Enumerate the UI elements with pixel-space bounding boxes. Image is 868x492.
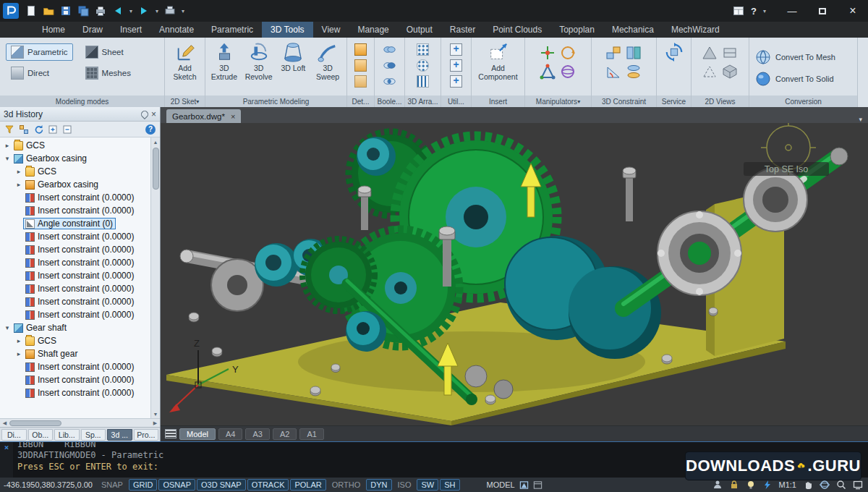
panel-tab[interactable]: Di... — [1, 429, 27, 441]
layout-tab[interactable]: A3 — [245, 428, 269, 440]
new-file-button[interactable] — [23, 2, 39, 20]
rotate-gizmo-icon[interactable] — [560, 45, 576, 61]
layout-list-icon[interactable] — [165, 429, 176, 438]
ribbon-tab[interactable]: Point Clouds — [484, 22, 550, 38]
util-add-icon[interactable] — [450, 43, 462, 56]
status-toggle[interactable]: SH — [440, 479, 459, 491]
zoom-icon[interactable] — [836, 480, 846, 490]
status-toggle[interactable]: DYN — [366, 479, 391, 491]
status-toggle[interactable]: ISO — [393, 479, 416, 491]
section-view-icon[interactable] — [702, 64, 718, 80]
tree-item[interactable]: Insert constraint (0.0000) — [0, 386, 150, 399]
minimize-button[interactable]: — — [777, 0, 807, 22]
panel-tab[interactable]: Pro... — [134, 429, 159, 441]
save-button[interactable] — [58, 2, 74, 20]
polar-array-icon[interactable] — [417, 59, 429, 72]
window-switch-button[interactable] — [731, 2, 746, 20]
tree-item[interactable]: Insert constraint (0.0000) — [0, 308, 150, 321]
3d-extrude-button[interactable]: 3D Extrude — [208, 41, 240, 81]
scale-gizmo-icon[interactable] — [540, 64, 556, 80]
ribbon-tab[interactable]: 3D Tools — [262, 22, 312, 38]
tree-item[interactable]: Insert constraint (0.0000) — [0, 373, 150, 386]
orbit-icon[interactable] — [820, 480, 830, 490]
lightning-icon[interactable] — [762, 480, 773, 490]
tree-item[interactable]: Insert constraint (0.0000) — [0, 191, 150, 204]
insert-constraint-icon[interactable] — [626, 64, 642, 80]
bearing-right-2[interactable] — [744, 168, 807, 232]
document-tabs-menu-arrow[interactable]: ▾ — [853, 116, 868, 123]
bearing-right-1[interactable] — [658, 211, 741, 295]
history-panel-titlebar[interactable]: 3d History × — [0, 107, 160, 122]
detail-tool-icon[interactable] — [354, 43, 367, 56]
panel-tab[interactable]: 3d ... — [107, 429, 132, 441]
user-icon[interactable] — [712, 480, 723, 490]
layout-switch-icon[interactable] — [533, 480, 542, 490]
status-toggle[interactable]: GRID — [129, 479, 158, 491]
free-orbit-gizmo-icon[interactable] — [560, 64, 576, 80]
view-orientation-label[interactable]: Top SE Iso — [744, 162, 829, 176]
ribbon-tab[interactable]: Raster — [441, 22, 484, 38]
status-toggle[interactable]: OTRACK — [247, 479, 289, 491]
coupling-disc-2[interactable] — [494, 380, 513, 399]
ribbon-tab[interactable]: MechWizard — [663, 22, 728, 38]
util-add-point-icon[interactable] — [450, 59, 462, 72]
tree-item[interactable]: Insert constraint (0.0000) — [0, 204, 150, 217]
detail-tool-icon[interactable] — [354, 75, 367, 88]
status-toggle[interactable]: ORTHO — [328, 479, 365, 491]
panel-tab[interactable]: Ob... — [28, 429, 54, 441]
parametric-mode-button[interactable]: Parametric — [6, 43, 73, 61]
top-view-icon[interactable] — [722, 45, 738, 61]
ribbon-tab[interactable]: Draw — [74, 22, 111, 38]
3d-sweep-button[interactable]: 3D Sweep — [312, 41, 344, 81]
tree-expand-arrow[interactable] — [14, 350, 23, 357]
bearing-lower[interactable] — [346, 311, 386, 352]
pin-icon[interactable] — [140, 109, 150, 119]
tree-item[interactable]: Gearbox casing — [0, 152, 150, 165]
status-toggle[interactable]: SW — [417, 479, 438, 491]
convert-to-mesh-button[interactable]: Convert To Mesh — [752, 47, 838, 67]
command-close-icon[interactable]: × — [4, 444, 9, 452]
panel-caption[interactable]: 2D Sket — [165, 96, 205, 107]
tree-item[interactable]: Shaft gear — [0, 347, 150, 360]
status-toggle[interactable]: SNAP — [97, 479, 127, 491]
meshes-mode-button[interactable]: Meshes — [80, 64, 136, 82]
panel-caption[interactable]: Manipulators — [525, 96, 591, 107]
pan-hand-icon[interactable] — [803, 480, 813, 490]
front-view-icon[interactable] — [702, 45, 718, 61]
align-constraint-icon[interactable] — [626, 45, 642, 61]
tree-item[interactable]: Insert constraint (0.0000) — [0, 230, 150, 243]
scroll-left-arrow[interactable]: ◀ — [0, 420, 9, 426]
panel-tab[interactable]: Sp... — [81, 429, 106, 441]
bearing-left-1[interactable] — [255, 243, 298, 287]
add-component-button[interactable]: Add Component — [475, 41, 522, 81]
util-add-axis-icon[interactable] — [450, 75, 462, 88]
tree-item[interactable]: Insert constraint (0.0000) — [0, 256, 150, 269]
add-sketch-button[interactable]: Add Sketch — [168, 41, 202, 81]
panel-help-icon[interactable]: ? — [145, 124, 156, 135]
help-dropdown-arrow[interactable]: ▾ — [761, 8, 768, 14]
maximize-button[interactable] — [807, 0, 838, 22]
collapse-all-icon[interactable] — [62, 124, 72, 135]
ribbon-tab[interactable]: View — [313, 22, 349, 38]
expand-all-icon[interactable] — [48, 124, 58, 135]
vertical-scrollbar[interactable]: ▲ ▼ — [150, 137, 160, 418]
3d-revolve-button[interactable]: 3D Revolve — [243, 41, 275, 81]
lock-icon[interactable] — [729, 480, 739, 490]
refresh-icon[interactable] — [33, 124, 43, 135]
path-array-icon[interactable] — [417, 75, 429, 88]
ribbon-tab[interactable]: Annotate — [150, 22, 203, 38]
angle-constraint-icon[interactable] — [605, 64, 621, 80]
bearing-top[interactable] — [357, 137, 396, 176]
undo-button[interactable] — [110, 2, 126, 20]
ribbon-tab[interactable]: Mechanica — [603, 22, 663, 38]
layout-tab[interactable]: A1 — [299, 428, 323, 440]
print-button[interactable] — [162, 2, 178, 20]
ribbon-tab[interactable]: Insert — [111, 22, 150, 38]
document-close-icon[interactable]: × — [231, 112, 235, 121]
tree-item[interactable]: Insert constraint (0.0000) — [0, 269, 150, 282]
close-button[interactable]: × — [838, 0, 868, 22]
ribbon-tab[interactable]: Parametric — [203, 22, 262, 38]
tree-item[interactable]: GCS — [0, 165, 150, 178]
qat-customize-dropdown[interactable]: ▾ — [179, 8, 187, 14]
document-tab[interactable]: Gearbox.dwg* × — [166, 109, 241, 123]
